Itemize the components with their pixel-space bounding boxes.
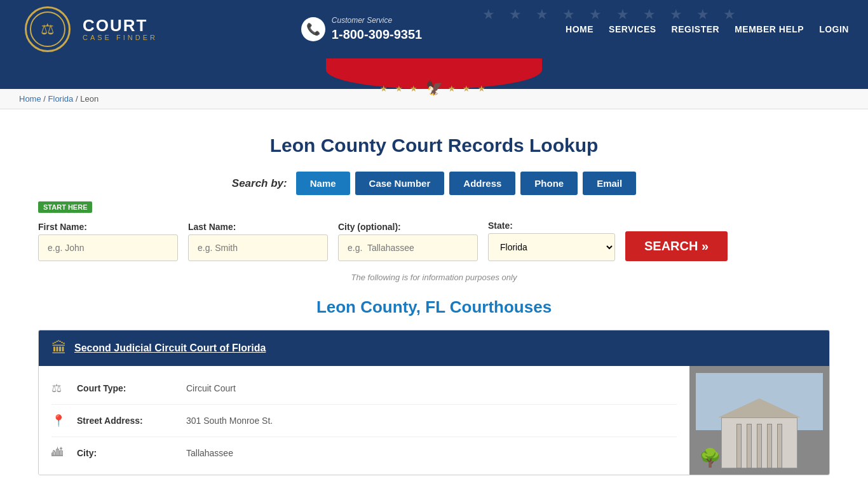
column-2: [747, 424, 752, 468]
breadcrumb-sep1: /: [43, 94, 46, 104]
building-roof: [718, 398, 801, 417]
logo-case-finder-text: CASE FINDER: [83, 34, 158, 41]
last-name-label: Last Name:: [188, 222, 328, 232]
nav-home[interactable]: HOME: [566, 24, 593, 34]
customer-service: 📞 Customer Service 1-800-309-9351: [301, 16, 422, 43]
tab-address[interactable]: Address: [449, 172, 515, 195]
start-here-badge: START HERE: [38, 201, 92, 213]
logo-inner: ⚖: [30, 11, 65, 47]
eagle-stars-right: ★ ★ ★: [448, 84, 488, 93]
city-label-detail: City:: [77, 448, 179, 458]
eagle-area: ★ ★ ★ 🦅 ★ ★ ★: [380, 80, 487, 97]
customer-service-label: Customer Service: [332, 16, 422, 26]
eagle-icon: 🦅: [426, 80, 443, 97]
search-button[interactable]: SEARCH »: [625, 231, 728, 261]
breadcrumb-florida[interactable]: Florida: [48, 94, 74, 104]
logo-circle: ⚖: [25, 6, 71, 52]
breadcrumb-home[interactable]: Home: [19, 94, 41, 104]
logo-court-text: COURT: [83, 17, 158, 34]
last-name-input[interactable]: [188, 234, 328, 261]
customer-phone: 1-800-309-9351: [332, 26, 422, 43]
state-select[interactable]: Florida Alabama Georgia: [488, 233, 615, 261]
courthouse-details: ⚖ Court Type: Circuit Court 📍 Street Add…: [39, 366, 829, 475]
column-3: [757, 424, 762, 468]
nav-member-help[interactable]: MEMBER HELP: [735, 24, 804, 34]
first-name-label: First Name:: [38, 222, 178, 232]
tab-case-number[interactable]: Case Number: [355, 172, 445, 195]
search-form: First Name: Last Name: City (optional): …: [38, 220, 830, 261]
search-by-label: Search by:: [232, 177, 287, 190]
main-content: Leon County Court Records Lookup Search …: [0, 109, 868, 488]
building-columns: [736, 424, 782, 468]
street-address-label: Street Address:: [77, 416, 179, 426]
phone-icon-symbol: 📞: [306, 22, 320, 36]
logo: ⚖ COURT CASE FINDER: [19, 6, 158, 52]
courthouse-card: 🏛 Second Judicial Circuit Court of Flori…: [38, 330, 830, 475]
column-5: [777, 424, 782, 468]
court-type-icon: ⚖: [51, 381, 69, 395]
nav-login[interactable]: LOGIN: [819, 24, 849, 34]
court-type-value: Circuit Court: [186, 383, 236, 393]
state-group: State: Florida Alabama Georgia: [488, 220, 615, 261]
courthouse-image: 🌳: [689, 366, 829, 475]
state-label: State:: [488, 220, 615, 231]
main-nav: HOME SERVICES REGISTER MEMBER HELP LOGIN: [566, 24, 849, 34]
city-label: City (optional):: [338, 222, 478, 232]
logo-gavel-icon: ⚖: [41, 20, 55, 38]
logo-text: COURT CASE FINDER: [83, 17, 158, 41]
courthouse-card-header: 🏛 Second Judicial Circuit Court of Flori…: [39, 330, 829, 366]
courthouse-photo: 🌳: [696, 373, 823, 468]
nav-register[interactable]: REGISTER: [672, 24, 720, 34]
eagle-stars-left: ★ ★ ★: [380, 84, 420, 93]
detail-row-address: 📍 Street Address: 301 South Monroe St.: [51, 405, 677, 437]
tab-name[interactable]: Name: [296, 172, 350, 195]
site-header: ⚖ COURT CASE FINDER 📞 Customer Service 1…: [0, 0, 868, 58]
address-icon: 📍: [51, 414, 69, 428]
nav-services[interactable]: SERVICES: [609, 24, 656, 34]
banner-area: ★ ★ ★ 🦅 ★ ★ ★: [0, 58, 868, 89]
courthouse-name-link[interactable]: Second Judicial Circuit Court of Florida: [74, 342, 266, 354]
street-address-value: 301 South Monroe St.: [186, 416, 273, 426]
tab-phone[interactable]: Phone: [520, 172, 578, 195]
detail-row-type: ⚖ Court Type: Circuit Court: [51, 372, 677, 405]
customer-info: Customer Service 1-800-309-9351: [332, 16, 422, 43]
phone-icon: 📞: [301, 17, 325, 41]
info-note: The following is for information purpose…: [38, 273, 830, 282]
tab-email[interactable]: Email: [583, 172, 636, 195]
breadcrumb-current: Leon: [80, 94, 98, 104]
courthouses-title: Leon County, FL Courthouses: [38, 297, 830, 317]
city-value: Tallahassee: [186, 448, 233, 458]
city-icon: 🏙: [51, 446, 69, 459]
logo-image: ⚖: [19, 6, 76, 52]
search-by-row: Search by: Name Case Number Address Phon…: [38, 172, 830, 195]
form-section: START HERE First Name: Last Name: City (…: [38, 201, 830, 261]
page-title: Leon County Court Records Lookup: [38, 135, 830, 156]
last-name-group: Last Name:: [188, 222, 328, 261]
courthouse-table: ⚖ Court Type: Circuit Court 📍 Street Add…: [39, 366, 689, 475]
detail-row-city: 🏙 City: Tallahassee: [51, 437, 677, 468]
first-name-input[interactable]: [38, 234, 178, 261]
first-name-group: First Name:: [38, 222, 178, 261]
courthouse-building-icon: 🏛: [51, 339, 67, 357]
column-1: [736, 424, 742, 468]
city-input[interactable]: [338, 234, 478, 261]
court-type-label: Court Type:: [77, 383, 179, 393]
breadcrumb-sep2: /: [76, 94, 78, 104]
city-group: City (optional):: [338, 222, 478, 261]
trees: 🌳: [699, 447, 721, 468]
column-4: [767, 424, 772, 468]
courthouse-body: ⚖ Court Type: Circuit Court 📍 Street Add…: [39, 366, 829, 475]
